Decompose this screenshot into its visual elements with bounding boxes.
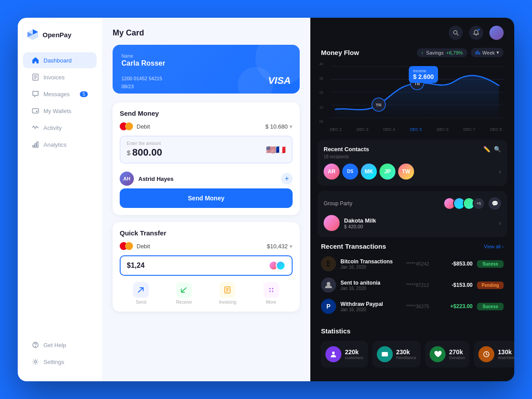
settings-icon [32, 358, 39, 365]
chart-label-dec8: DEC 8 [490, 127, 502, 132]
debit-label: Debit [137, 123, 150, 130]
edit-contacts-icon[interactable]: ✏️ [483, 146, 490, 153]
user-avatar[interactable] [489, 26, 504, 40]
svg-point-12 [35, 346, 35, 347]
card-number: 1200 01452 54215 [121, 76, 162, 81]
table-row: P Withdraw Paypal Jan 16, 2020 *****3627… [321, 299, 504, 314]
invoicing-action[interactable]: Invoicing [219, 282, 236, 305]
dakota-row[interactable]: Dakota Milk $ 420.00 › [324, 215, 501, 231]
amount-input-wrap[interactable]: Enter the amount $ 800.00 🇺🇸🇫🇷 [120, 136, 293, 164]
sidebar-item-help[interactable]: Get Help [23, 337, 97, 353]
add-recipient-button[interactable]: + [281, 173, 293, 184]
customers-stat-icon [325, 346, 341, 362]
qt-chevron-icon: ▾ [289, 243, 293, 250]
contacts-sub-section: Group Party +5 💬 Dakota Milk [317, 191, 507, 237]
contact-avatar-5[interactable]: TW [398, 164, 414, 180]
sidebar-item-dashboard[interactable]: Dashboard [23, 52, 97, 68]
chart-area: 4k 3k 2k 1k 0k [321, 62, 504, 133]
notifications-button[interactable] [469, 26, 483, 40]
card-visual: Name Carla Rosser 1200 01452 54215 08/23… [113, 45, 300, 94]
sidebar-item-activity[interactable]: Activity [23, 120, 97, 136]
qt-debit-label: Debit [137, 243, 150, 250]
contacts-actions: ✏️ 🔍 [483, 146, 501, 153]
svg-rect-25 [477, 51, 478, 55]
help-label: Get Help [43, 342, 66, 348]
send-action[interactable]: Send [133, 282, 149, 305]
week-selector[interactable]: Week ▾ [471, 48, 504, 57]
recent-transactions-section: Recent Transactions View all › ₿ Bitcoin… [310, 243, 514, 327]
recipient-avatar: AH [120, 172, 134, 186]
contact-avatar-4[interactable]: JP [379, 164, 395, 180]
messages-label: Messages [43, 91, 70, 98]
contacts-count: 18 recipients [324, 154, 501, 159]
tx-3-amount: +$223.00 [442, 303, 473, 309]
card-expiry: 08/23 [121, 84, 134, 89]
contacts-title: Recent Contacts [324, 146, 369, 153]
flag-icons: 🇺🇸🇫🇷 [266, 145, 286, 155]
stats-grid: 220k customers 230k [321, 341, 504, 368]
group-message-icon[interactable]: 💬 [489, 197, 501, 210]
tx-3-status: Sucess [477, 303, 504, 310]
debit-left: Debit [120, 122, 150, 130]
home-icon [32, 57, 39, 64]
tx-1-info: Bitcoin Transactions Jan 16, 2020 [340, 258, 402, 270]
view-all-label: View all [484, 244, 501, 249]
statistics-title: Statistics [321, 327, 504, 335]
invoicing-action-icon [219, 282, 235, 298]
recent-contacts-section: Recent Contacts ✏️ 🔍 18 recipients AR DS… [317, 140, 507, 186]
app-logo: OpenPay [18, 28, 102, 51]
sidebar-item-messages[interactable]: Messages 5 [23, 86, 97, 102]
svg-rect-24 [476, 51, 477, 55]
chart-label-dec2: DEC 2 [330, 127, 342, 132]
y-label-3k: 3k [319, 76, 324, 81]
sidebar-item-invoices[interactable]: Invoices [23, 69, 97, 85]
sidebar-item-wallets[interactable]: My Wallets [23, 103, 97, 119]
remittance-label: Remittance [396, 356, 417, 360]
wallets-label: My Wallets [43, 108, 71, 114]
y-label-2k: 2k [319, 90, 324, 95]
contact-avatar-3[interactable]: MK [361, 164, 377, 180]
main-right-panel: Money Flow ↑ Savings +6,79% [310, 18, 514, 381]
svg-rect-7 [32, 109, 39, 113]
qt-amount-value: $1,24 [127, 262, 145, 270]
income-label: Income [413, 69, 434, 73]
view-all-button[interactable]: View all › [484, 244, 504, 249]
dakota-amount: $ 420.00 [344, 224, 494, 229]
search-contacts-icon[interactable]: 🔍 [494, 146, 501, 153]
contact-avatar-1[interactable]: AR [324, 164, 340, 180]
debit-row: Debit $ 10.680 ▾ [120, 122, 293, 130]
activity-label: Activity [43, 125, 62, 131]
more-action[interactable]: More [263, 282, 279, 305]
amount-display: $ 800.00 [127, 147, 162, 158]
sidebar-item-analytics[interactable]: Analytics [23, 137, 97, 153]
tx-2-status: Pending [477, 282, 504, 289]
customers-label: customers [345, 356, 364, 360]
receive-action[interactable]: Receive [176, 282, 192, 305]
more-action-label: More [266, 300, 276, 305]
stat-card-remittance: 230k Remittance [372, 341, 421, 368]
contacts-chevron-icon[interactable]: › [499, 168, 501, 175]
dollar-sign: $ [127, 149, 130, 156]
qt-debit-left: Debit [120, 242, 150, 250]
sidebar-item-settings[interactable]: Settings [23, 354, 97, 370]
svg-rect-10 [37, 142, 38, 147]
app-name: OpenPay [43, 31, 71, 39]
qt-debit-row: Debit $10,432 ▾ [120, 242, 293, 250]
card-network: VISA [268, 75, 291, 86]
main-left-panel: My Card Name Carla Rosser 1200 01452 542… [102, 18, 310, 381]
qt-amount-input[interactable]: $1,24 [120, 255, 293, 276]
more-action-icon [263, 282, 279, 298]
tx-3-info: Withdraw Paypal Jan 16, 2020 [340, 301, 402, 312]
qt-mastercard-icon [120, 242, 133, 250]
watchtime-stat-info: 130k Watchtime [498, 348, 514, 360]
transactions-title: Recent Transactions [321, 243, 386, 250]
search-button[interactable] [449, 26, 463, 40]
send-money-button[interactable]: Send Money [120, 188, 293, 208]
messages-badge: 5 [80, 91, 88, 97]
income-value: $ 2.600 [413, 73, 434, 80]
donation-stat-info: 270k Donation [449, 348, 465, 360]
contact-avatar-ds[interactable]: DS [342, 164, 358, 180]
wallets-icon [32, 107, 39, 114]
dakota-avatar [324, 215, 340, 231]
help-icon [32, 341, 39, 348]
